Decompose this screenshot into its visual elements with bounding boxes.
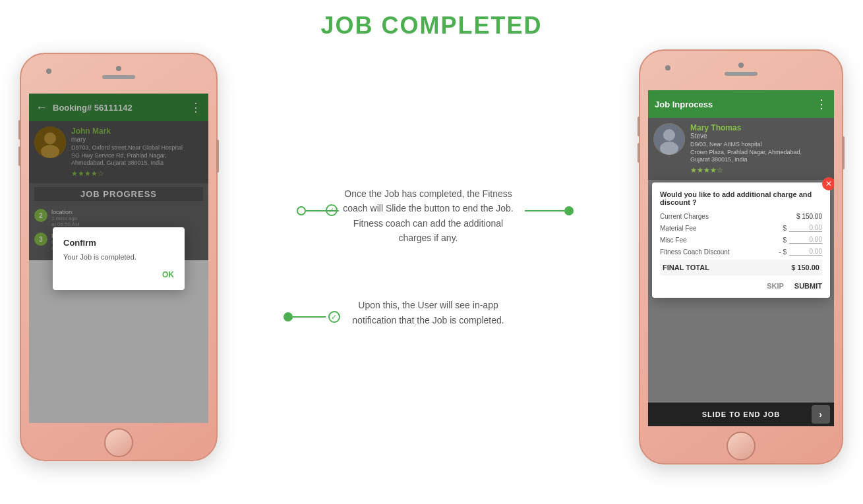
checkmark-icon: ✓ (326, 204, 338, 216)
power-btn-r (842, 136, 845, 169)
user-card-right: Mary Thomas Steve D9/03, Near AIIMS hosp… (648, 118, 834, 180)
camera-left-icon (46, 69, 51, 74)
charge-row-misc: Misc Fee $ 0.00 (660, 236, 822, 244)
dialog-box: Confirm Your Job is completed. OK (53, 227, 185, 290)
line-bottom-left (293, 316, 326, 318)
dialog-message: Your Job is completed. (63, 253, 174, 261)
volume-down-btn-r (638, 143, 640, 163)
right-phone: Job Inprocess ⋮ Mary Thomas Steve (639, 49, 843, 464)
left-phone: ← Booking# 56111142 ⋮ John Mark mary D97… (20, 53, 218, 461)
phone-bottom-left (21, 423, 216, 462)
camera-left-icon-r (665, 65, 670, 70)
user-name-right: Mary Thomas (690, 123, 829, 132)
charge-label-misc: Misc Fee (660, 237, 687, 244)
charge-row-current: Current Charges $ 150.00 (660, 213, 822, 220)
submit-button[interactable]: SUBMIT (794, 282, 822, 290)
charge-row-discount: Fitness Coach Discount - $ 0.00 (660, 248, 822, 256)
modal-close-button[interactable]: ✕ (822, 177, 834, 190)
charge-label-discount: Fitness Coach Discount (660, 248, 730, 256)
side-buttons-right (638, 117, 640, 163)
total-label: FINAL TOTAL (663, 264, 709, 271)
arrow-icon: › (819, 409, 823, 420)
skip-button[interactable]: SKIP (767, 282, 784, 290)
phone-top-left (21, 54, 216, 94)
user-role-right: Steve (690, 132, 829, 140)
charge-label-material: Material Fee (660, 225, 697, 232)
charge-label-current: Current Charges (660, 213, 709, 220)
charge-input-discount-wrap: - $ 0.00 (779, 248, 822, 256)
material-prefix: $ (783, 225, 787, 232)
avatar-right (653, 123, 685, 155)
charge-input-misc-wrap: $ 0.00 (783, 236, 822, 244)
page-title: JOB COMPLETED (0, 0, 863, 40)
annotation-bottom: ✓ Upon this, the User will see in-app no… (336, 298, 521, 327)
speaker-icon-r (725, 72, 758, 76)
app-header-right: Job Inprocess ⋮ (648, 90, 834, 118)
connector-bottom-left: ✓ (283, 311, 343, 323)
dot-bottom-left (283, 312, 293, 322)
close-icon: ✕ (825, 179, 832, 188)
annotation-top-text: Once the Job has completed, the Fitness … (336, 186, 521, 246)
misc-prefix: $ (783, 237, 787, 244)
slide-arrow[interactable]: › (812, 405, 830, 424)
volume-up-btn (18, 120, 21, 140)
dot-top-left (297, 206, 306, 215)
checkmark-icon-2: ✓ (328, 311, 340, 323)
dialog-ok-button[interactable]: OK (63, 270, 174, 279)
slide-bar-text: SLIDE TO END JOB (702, 410, 780, 418)
camera-icon-r (738, 63, 744, 68)
user-address-right: D9/03, Near AIIMS hospitalCrown Plaza, P… (690, 141, 829, 164)
right-screen-bg: Job Inprocess ⋮ Mary Thomas Steve (648, 90, 834, 426)
phone-bottom-right (640, 426, 842, 466)
volume-up-btn-r (638, 117, 640, 136)
charge-row-material: Material Fee $ 0.00 (660, 224, 822, 232)
dot-top-right (564, 206, 574, 215)
material-fee-input[interactable]: 0.00 (789, 224, 822, 232)
charge-modal-title: Would you like to add additional charge … (660, 190, 822, 206)
menu-icon-right[interactable]: ⋮ (816, 97, 827, 111)
discount-prefix: - $ (779, 248, 787, 256)
slide-bar[interactable]: SLIDE TO END JOB › (648, 403, 834, 426)
camera-icon (116, 66, 121, 71)
phone-top-right (640, 51, 842, 90)
annotation-center: ✓ Once the Job has completed, the Fitnes… (218, 46, 639, 468)
star-rating-right: ★★★★☆ (690, 166, 829, 175)
speaker-icon (102, 75, 135, 79)
left-phone-screen: ← Booking# 56111142 ⋮ John Mark mary D97… (29, 94, 208, 423)
charge-modal: ✕ Would you like to add additional charg… (652, 182, 830, 298)
annotation-bottom-text: Upon this, the User will see in-app noti… (336, 298, 521, 327)
dialog-title: Confirm (63, 238, 174, 248)
svg-point-4 (663, 129, 675, 141)
job-inprocess-title: Job Inprocess (655, 99, 816, 109)
side-buttons-left (18, 120, 21, 166)
user-info-right: Mary Thomas Steve D9/03, Near AIIMS hosp… (690, 123, 829, 175)
home-button-left[interactable] (104, 428, 133, 457)
charge-total-row: FINAL TOTAL $ 150.00 (660, 260, 822, 275)
check-icon-top: ✓ (323, 204, 340, 217)
svg-point-5 (660, 142, 678, 155)
charge-actions: SKIP SUBMIT (660, 282, 822, 290)
volume-down-btn (18, 146, 21, 166)
main-layout: ← Booking# 56111142 ⋮ John Mark mary D97… (0, 40, 863, 468)
charge-input-material-wrap: $ 0.00 (783, 224, 822, 232)
home-button-right[interactable] (727, 432, 756, 461)
annotation-top: ✓ Once the Job has completed, the Fitnes… (336, 186, 521, 246)
discount-input[interactable]: 0.00 (789, 248, 822, 256)
total-value: $ 150.00 (791, 264, 819, 271)
charge-value-current: $ 150.00 (796, 213, 822, 220)
line-top-right (525, 210, 564, 211)
dialog-overlay: Confirm Your Job is completed. OK (29, 94, 208, 423)
connector-top-right (525, 206, 574, 215)
right-phone-screen: Job Inprocess ⋮ Mary Thomas Steve (648, 90, 834, 426)
misc-fee-input[interactable]: 0.00 (789, 236, 822, 244)
